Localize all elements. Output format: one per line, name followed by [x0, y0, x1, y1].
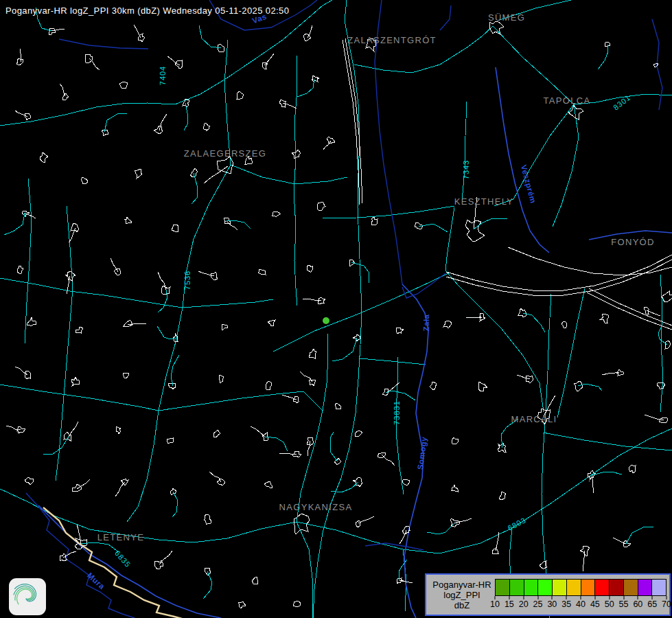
road-number-label: 7404: [159, 66, 167, 85]
legend-color-cell: [524, 580, 539, 595]
rivers-layer: [26, 0, 672, 618]
road-number-label: 7536: [183, 271, 192, 290]
town-label-nagykanizsa: NAGYKANIZSA: [279, 502, 353, 512]
legend-tick-label: 35: [561, 599, 571, 609]
legend-color-strip: [495, 579, 667, 596]
roads-layer: [0, 0, 672, 618]
legend-unit: dbZ: [429, 600, 495, 610]
legend-color-cell: [581, 580, 596, 595]
legend-tick-label: 50: [605, 599, 614, 609]
legend-radar-name: Poganyvar-HR: [429, 580, 495, 590]
town-label-keszthely: KESZTHELY: [454, 196, 514, 207]
legend-color-cell: [595, 580, 610, 595]
legend-tick-label: 65: [647, 599, 657, 609]
river-label-zala: Zala: [422, 314, 430, 331]
road-number-label: 73831: [393, 400, 401, 425]
legend-color-cell: [538, 580, 553, 595]
met-hu-spiral-logo[interactable]: [9, 578, 46, 615]
legend-tick-label: 25: [533, 599, 543, 609]
town-label-sumeg: SÜMEG: [488, 12, 525, 23]
radar-viewer: { "title": "Poganyvar-HR logZ_PPI 30km (…: [0, 0, 672, 618]
logo-background: [9, 578, 46, 615]
legend-product-info: Poganyvar-HR logZ_PPI dbZ: [429, 580, 495, 610]
legend-color-cell: [638, 580, 653, 595]
town-label-letenye: LETENYE: [97, 532, 144, 542]
legend-tick-label: 10: [490, 599, 500, 609]
legend-product-name: logZ_PPI: [429, 590, 495, 600]
railways-layer: [343, 38, 672, 330]
radar-echo-layer: [323, 317, 329, 324]
legend-tick-label: 20: [519, 599, 529, 609]
town-label-zalaszentgrot: ZALASZENTGRÓT: [347, 35, 437, 45]
legend-tick-labels: 10152025303540455055606570: [495, 599, 667, 610]
legend-tick-label: 70: [662, 599, 671, 609]
dbz-color-legend: Poganyvar-HR logZ_PPI dbZ 10152025303540…: [425, 573, 671, 616]
town-label-marcali: MARCALI: [511, 414, 557, 424]
legend-color-cell: [567, 580, 581, 595]
town-label-zalaegerszeg: ZALAEGERSZEG: [184, 148, 266, 159]
town-label-fonyod: FONYÓD: [611, 237, 654, 247]
legend-color-cell: [553, 580, 567, 595]
legend-color-cell: [496, 580, 510, 595]
legend-tick-label: 45: [590, 599, 600, 609]
legend-color-cell: [624, 580, 638, 595]
legend-color-cell: [610, 580, 624, 595]
country-border-layer: [43, 507, 192, 618]
legend-tick-label: 40: [576, 599, 586, 609]
radar-map: [0, 0, 672, 618]
legend-tick-label: 15: [505, 599, 514, 609]
legend-tick-label: 55: [619, 599, 629, 609]
legend-tick-label: 30: [547, 599, 557, 609]
town-label-tapolca: TAPOLCA: [544, 95, 591, 106]
product-title: Poganyvar-HR logZ_PPI 30km (dbZ) Wednesd…: [5, 5, 289, 16]
legend-color-cell: [652, 580, 666, 595]
precipitation-echo: [323, 317, 329, 324]
road-number-label: 7343: [462, 160, 470, 179]
legend-tick-label: 60: [633, 599, 642, 609]
legend-color-cell: [510, 580, 524, 595]
legend-scale: 10152025303540455055606570: [495, 577, 667, 613]
